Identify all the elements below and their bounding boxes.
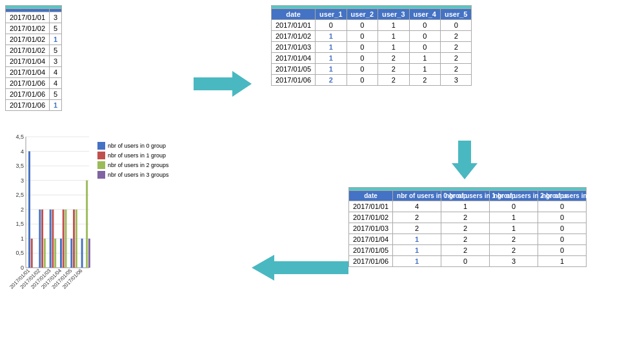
svg-marker-2: [252, 255, 348, 281]
table3-cell: 0: [441, 256, 490, 267]
table3-cell: 2: [490, 245, 538, 256]
table1-cell: 2017/01/06: [6, 78, 50, 89]
table3-cell: 2: [441, 223, 490, 234]
table2-cell: 2: [441, 53, 472, 64]
table3-cell: 1: [393, 245, 441, 256]
table2-header: user_4: [409, 9, 440, 20]
table3-cell: 2017/01/01: [349, 201, 393, 212]
table3-cell: 2: [441, 234, 490, 245]
table1-cell: 3: [50, 12, 62, 23]
table3-cell: 2: [441, 212, 490, 223]
table2-cell: 2: [378, 64, 409, 75]
table2-cell: 2017/01/01: [272, 20, 316, 31]
table2-cell: 2: [409, 75, 440, 86]
table2-cell: 1: [378, 31, 409, 42]
table3-cell: 2: [393, 223, 441, 234]
table3-cell: 2: [490, 234, 538, 245]
table3-cell: 1: [393, 256, 441, 267]
table2-cell: 1: [378, 42, 409, 53]
table3-header: nbr of users in 1 group: [441, 191, 490, 201]
table2-header: user_1: [316, 9, 347, 20]
table2-cell: 0: [347, 64, 377, 75]
legend-item: nbr of users in 2 groups: [97, 161, 181, 169]
table3-cell: 2017/01/04: [349, 234, 393, 245]
table2-cell: 0: [409, 20, 440, 31]
table2-cell: 0: [347, 75, 377, 86]
table1-cell: 2017/01/02: [6, 34, 50, 45]
table1: 2017/01/0132017/01/0252017/01/0212017/01…: [5, 5, 62, 111]
table3-cell: 2017/01/02: [349, 212, 393, 223]
legend-color-box: [97, 171, 105, 179]
table2-cell: 0: [347, 42, 377, 53]
table1-cell: 2017/01/01: [6, 12, 50, 23]
table3-wrap: datenbr of users in 0 groupnbr of users …: [348, 187, 587, 267]
table3-header: date: [349, 191, 393, 201]
table1-cell: 1: [50, 100, 62, 111]
table2-header: user_5: [441, 9, 472, 20]
table2-cell: 2: [441, 42, 472, 53]
table3-cell: 0: [538, 245, 587, 256]
table2-cell: 0: [441, 20, 472, 31]
table1-cell: 5: [50, 23, 62, 34]
svg-marker-0: [194, 71, 252, 97]
table1-cell: 5: [50, 89, 62, 100]
table2-cell: 1: [378, 20, 409, 31]
table2-cell: 2: [441, 64, 472, 75]
table1-cell: 1: [50, 34, 62, 45]
table2-cell: 0: [409, 31, 440, 42]
table1-cell: 2017/01/02: [6, 45, 50, 56]
table2-cell: 1: [409, 64, 440, 75]
table3-cell: 0: [538, 212, 587, 223]
table3-header: nbr of users in 2 groups: [490, 191, 538, 201]
table2-cell: 2017/01/05: [272, 64, 316, 75]
table3-cell: 4: [393, 201, 441, 212]
table3-cell: 1: [538, 256, 587, 267]
table3-cell: 1: [393, 234, 441, 245]
table3-cell: 2: [393, 212, 441, 223]
table3-cell: 0: [538, 223, 587, 234]
table2-cell: 0: [347, 31, 377, 42]
table1-cell: 2017/01/06: [6, 89, 50, 100]
table2-header: user_2: [347, 9, 377, 20]
table3-cell: 2017/01/06: [349, 256, 393, 267]
table2-cell: 2: [378, 53, 409, 64]
table3-header: nbr of users in 3 groups: [538, 191, 587, 201]
table2-cell: 0: [347, 53, 377, 64]
table2-cell: 0: [316, 20, 347, 31]
legend-item: nbr of users in 0 group: [97, 142, 181, 150]
table1-cell: 4: [50, 78, 62, 89]
table2-cell: 2: [378, 75, 409, 86]
legend-item: nbr of users in 1 group: [97, 152, 181, 159]
legend-color-box: [97, 152, 105, 159]
table2-cell: 2: [316, 75, 347, 86]
legend-label: nbr of users in 3 groups: [108, 172, 169, 178]
table3-cell: 1: [490, 223, 538, 234]
table2-cell: 2: [441, 31, 472, 42]
arrow-right: [194, 68, 252, 100]
legend-label: nbr of users in 2 groups: [108, 162, 169, 168]
table2-cell: 1: [316, 64, 347, 75]
legend-color-box: [97, 161, 105, 169]
table2-cell: 0: [347, 20, 377, 31]
arrow-left: [252, 252, 342, 284]
table3-cell: 1: [441, 201, 490, 212]
table1-cell: 2017/01/04: [6, 67, 50, 78]
table3-cell: 0: [490, 201, 538, 212]
table2-cell: 2017/01/04: [272, 53, 316, 64]
table3-cell: 3: [490, 256, 538, 267]
table3-cell: 2017/01/05: [349, 245, 393, 256]
chart-wrap: nbr of users in 0 groupnbr of users in 1…: [5, 129, 183, 319]
table2-cell: 3: [441, 75, 472, 86]
table3-cell: 2: [441, 245, 490, 256]
table1-cell: 3: [50, 56, 62, 67]
table2-cell: 0: [409, 42, 440, 53]
table2-cell: 1: [409, 53, 440, 64]
table1-cell: 2017/01/02: [6, 23, 50, 34]
table1-cell: 5: [50, 45, 62, 56]
table3: datenbr of users in 0 groupnbr of users …: [348, 187, 587, 267]
page: 2017/01/0132017/01/0252017/01/0212017/01…: [0, 0, 644, 338]
legend-label: nbr of users in 0 group: [108, 143, 166, 149]
table2-cell: 2017/01/06: [272, 75, 316, 86]
legend-label: nbr of users in 1 group: [108, 152, 166, 159]
table1-wrap: 2017/01/0132017/01/0252017/01/0212017/01…: [5, 5, 62, 111]
